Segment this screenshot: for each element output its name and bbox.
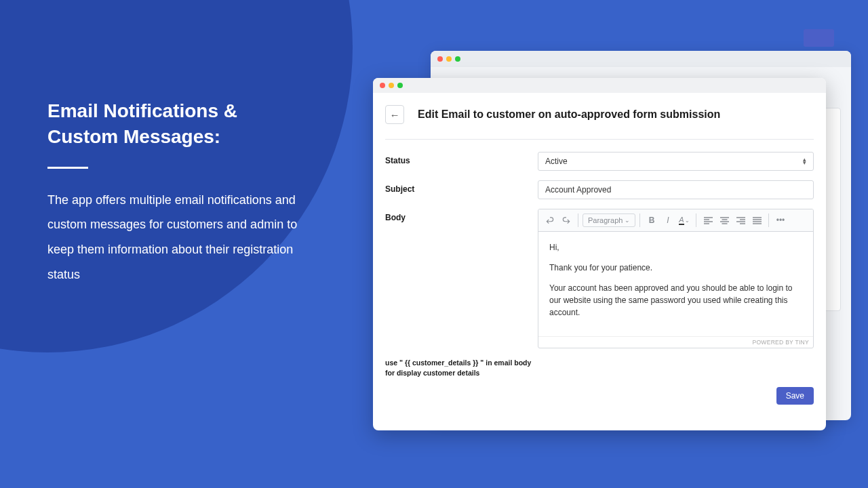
body-line: Your account has been approved and you s… xyxy=(549,282,802,319)
page-header: ← Edit Email to customer on auto-approve… xyxy=(385,105,814,124)
align-left-icon xyxy=(704,217,713,224)
editor-powered-by: POWERED BY TINY xyxy=(538,336,813,348)
align-center-button[interactable] xyxy=(717,212,732,228)
align-justify-button[interactable] xyxy=(749,212,764,228)
status-select[interactable]: Active ▴▾ xyxy=(538,152,814,171)
back-button[interactable]: ← xyxy=(385,105,404,124)
body-line: Thank you for your patience. xyxy=(549,262,802,274)
save-button[interactable]: Save xyxy=(776,387,814,405)
rich-text-editor: Paragraph ⌄ B I A⌄ xyxy=(538,209,814,348)
status-value: Active xyxy=(545,157,568,166)
undo-icon xyxy=(545,216,555,225)
italic-button[interactable]: I xyxy=(660,212,675,228)
template-hint: use " {{ customer_details }} " in email … xyxy=(385,358,541,378)
promo-panel: Email Notifications & Custom Messages: T… xyxy=(47,98,305,287)
body-line: Hi, xyxy=(549,241,802,253)
editor-content[interactable]: Hi, Thank you for your patience. Your ac… xyxy=(538,232,813,336)
maximize-icon[interactable] xyxy=(397,83,403,88)
subject-value: Account Approved xyxy=(545,185,611,195)
chevron-down-icon: ⌄ xyxy=(625,217,630,224)
align-center-icon xyxy=(720,217,729,224)
window-titlebar xyxy=(431,51,851,67)
page-title: Edit Email to customer on auto-approved … xyxy=(418,108,720,121)
undo-button[interactable] xyxy=(542,212,557,228)
subject-input[interactable]: Account Approved xyxy=(538,180,814,199)
close-icon[interactable] xyxy=(380,83,385,88)
subject-label: Subject xyxy=(385,180,538,199)
arrow-left-icon: ← xyxy=(390,109,400,121)
more-button[interactable]: ••• xyxy=(773,212,788,228)
background-save-button xyxy=(804,29,834,47)
align-right-button[interactable] xyxy=(733,212,748,228)
chevron-updown-icon: ▴▾ xyxy=(803,158,806,165)
promo-description: The app offers multiple email notificati… xyxy=(47,188,305,288)
format-select[interactable]: Paragraph ⌄ xyxy=(583,214,635,227)
align-right-icon xyxy=(736,217,745,224)
bold-button[interactable]: B xyxy=(644,212,659,228)
align-left-button[interactable] xyxy=(701,212,715,228)
redo-icon xyxy=(561,216,571,225)
text-color-button[interactable]: A⌄ xyxy=(677,212,692,228)
maximize-icon[interactable] xyxy=(455,56,460,62)
promo-heading: Email Notifications & Custom Messages: xyxy=(47,98,305,150)
minimize-icon[interactable] xyxy=(446,56,452,62)
redo-button[interactable] xyxy=(559,212,574,228)
minimize-icon[interactable] xyxy=(389,83,394,88)
status-label: Status xyxy=(385,152,538,171)
divider xyxy=(47,167,88,169)
ellipsis-icon: ••• xyxy=(776,216,785,225)
body-label: Body xyxy=(385,209,538,348)
align-justify-icon xyxy=(753,217,762,224)
editor-toolbar: Paragraph ⌄ B I A⌄ xyxy=(538,209,813,232)
close-icon[interactable] xyxy=(437,56,443,62)
window-titlebar xyxy=(373,78,826,93)
foreground-window: ← Edit Email to customer on auto-approve… xyxy=(373,78,826,430)
